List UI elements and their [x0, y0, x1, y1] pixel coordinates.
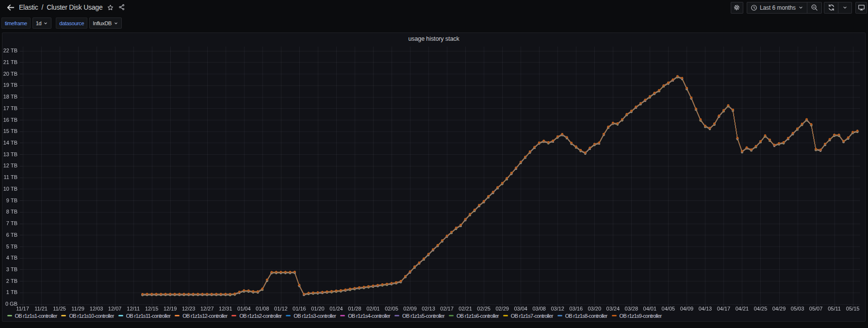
legend-series-label: OB r1z1s1-controller	[15, 313, 57, 319]
navbar: Elastic / Cluster Disk Usage	[0, 0, 868, 15]
title-actions	[105, 2, 126, 12]
legend-series-label: OB r1z1s11-controller	[126, 313, 170, 319]
chevron-down-icon	[43, 21, 48, 26]
refresh-group	[824, 2, 852, 14]
variable-timeframe-value: 1d	[36, 20, 42, 26]
legend-series-color	[612, 315, 617, 316]
legend-item[interactable]: OB r1z1s3-controller	[286, 313, 336, 319]
legend-series-color	[394, 315, 399, 316]
chart-legend: OB r1z1s1-controllerOB r1z1s10-controlle…	[7, 312, 864, 320]
legend-item[interactable]: OB r1z1s5-controller	[394, 313, 444, 319]
variable-datasource-label: datasource	[56, 17, 87, 29]
clock-icon	[751, 4, 757, 11]
panel-usage-history-stack: usage history stack OB r1z1s1-controller…	[2, 33, 866, 322]
zoom-out-time-button[interactable]	[807, 2, 822, 14]
refresh-dashboard-button[interactable]	[824, 2, 838, 14]
dashboard-settings-button[interactable]	[731, 2, 743, 14]
back-button[interactable]	[4, 1, 16, 13]
legend-item[interactable]: OB r1z1s8-controller	[557, 313, 607, 319]
arrow-left-icon	[6, 3, 15, 12]
monitor-icon	[858, 4, 865, 11]
legend-series-color	[7, 315, 12, 316]
navbar-actions: Last 6 months	[731, 2, 867, 14]
breadcrumb: Elastic / Cluster Disk Usage	[19, 3, 102, 11]
legend-series-label: OB r1z1s5-controller	[402, 313, 444, 319]
legend-series-label: OB r1z1s4-controller	[348, 313, 390, 319]
variable-timeframe-label: timeframe	[1, 17, 31, 29]
legend-series-color	[503, 315, 508, 316]
legend-series-color	[175, 315, 180, 316]
legend-series-color	[449, 315, 454, 316]
legend-series-color	[286, 315, 291, 316]
chevron-down-icon	[798, 5, 803, 10]
time-range-button[interactable]: Last 6 months	[747, 2, 807, 14]
legend-series-color	[557, 315, 562, 316]
breadcrumb-folder[interactable]: Elastic	[19, 3, 38, 11]
usage-history-chart[interactable]	[2, 33, 865, 312]
chevron-down-icon	[114, 21, 118, 26]
legend-series-color	[231, 315, 236, 316]
legend-series-label: OB r1z1s8-controller	[565, 313, 607, 319]
legend-series-color	[118, 315, 123, 316]
legend-series-label: OB r1z1s10-controller	[69, 313, 114, 319]
legend-item[interactable]: OB r1z1s4-controller	[340, 313, 390, 319]
refresh-icon	[828, 4, 835, 11]
dashboard-variables: timeframe 1d datasource InfluxDB	[1, 17, 126, 29]
legend-series-label: OB r1z1s6-controller	[457, 313, 499, 319]
star-icon	[107, 4, 114, 11]
legend-item[interactable]: OB r1z1s6-controller	[449, 313, 499, 319]
variable-datasource-value: InfluxDB	[93, 20, 112, 26]
variable-datasource-select[interactable]: InfluxDB	[89, 17, 122, 29]
legend-series-color	[61, 315, 66, 316]
gear-icon	[733, 4, 740, 11]
variable-datasource: datasource InfluxDB	[56, 17, 122, 29]
variable-timeframe: timeframe 1d	[1, 17, 51, 29]
legend-item[interactable]: OB r1z1s9-controller	[612, 313, 662, 319]
legend-item[interactable]: OB r1z1s11-controller	[118, 313, 170, 319]
kiosk-mode-button[interactable]	[855, 2, 867, 14]
legend-series-color	[340, 315, 345, 316]
legend-series-label: OB r1z1s7-controller	[511, 313, 553, 319]
legend-series-label: OB r1z1s9-controller	[620, 313, 662, 319]
navbar-left: Elastic / Cluster Disk Usage	[0, 0, 126, 14]
breadcrumb-dashboard-title: Cluster Disk Usage	[47, 3, 102, 11]
share-dashboard-button[interactable]	[116, 2, 126, 12]
time-picker-group: Last 6 months	[747, 2, 822, 14]
legend-series-label: OB r1z1s3-controller	[294, 313, 336, 319]
legend-item[interactable]: OB r1z1s12-controller	[175, 313, 227, 319]
chevron-down-icon	[842, 5, 848, 10]
variable-timeframe-select[interactable]: 1d	[33, 17, 52, 29]
share-alt-icon	[118, 4, 125, 11]
search-minus-icon	[811, 4, 818, 11]
legend-series-label: OB r1z1s2-controller	[239, 313, 281, 319]
legend-item[interactable]: OB r1z1s10-controller	[61, 313, 114, 319]
time-range-label: Last 6 months	[760, 4, 796, 11]
legend-series-label: OB r1z1s12-controller	[182, 313, 227, 319]
legend-item[interactable]: OB r1z1s1-controller	[7, 313, 57, 319]
legend-item[interactable]: OB r1z1s2-controller	[231, 313, 281, 319]
star-dashboard-button[interactable]	[105, 2, 115, 12]
legend-item[interactable]: OB r1z1s7-controller	[503, 313, 553, 319]
breadcrumb-separator: /	[41, 3, 43, 11]
refresh-interval-dropdown[interactable]	[838, 2, 852, 14]
